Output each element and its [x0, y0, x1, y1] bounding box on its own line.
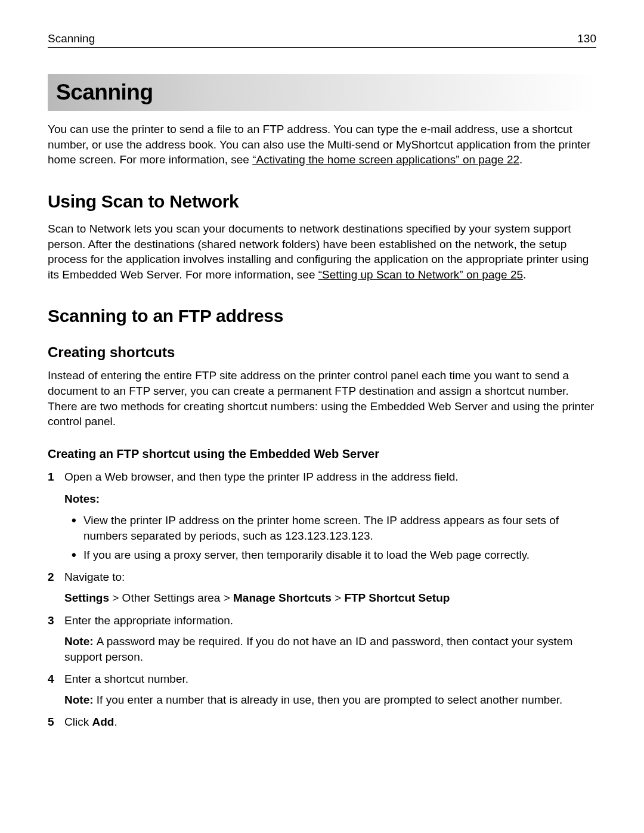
- step-1-text: Open a Web browser, and then type the pr…: [64, 470, 458, 483]
- nav-path-other-settings: Other Settings area: [122, 592, 221, 604]
- scan-to-network-paragraph: Scan to Network lets you scan your docum…: [48, 221, 596, 283]
- subsubsection-heading-ftp-shortcut-ews: Creating an FTP shortcut using the Embed…: [48, 447, 596, 461]
- nav-path-sep2: >: [220, 592, 233, 604]
- step-2-text: Navigate to:: [64, 571, 125, 583]
- step-3-note-text: A password may be required. If you do no…: [64, 635, 572, 663]
- header-page-number: 130: [577, 32, 596, 45]
- step-4-text: Enter a shortcut number.: [64, 673, 188, 685]
- chapter-title-banner: Scanning: [48, 74, 596, 111]
- step-1-note-2: If you are using a proxy server, then te…: [83, 547, 596, 563]
- step-1-notes-list: View the printer IP address on the print…: [64, 513, 596, 562]
- nav-path-manage-shortcuts: Manage Shortcuts: [233, 592, 332, 604]
- step-5-text-after: .: [114, 716, 117, 728]
- step-3-text: Enter the appropriate information.: [64, 614, 233, 627]
- section-heading-scan-to-network: Using Scan to Network: [48, 191, 596, 212]
- step-4-note-label: Note:: [64, 693, 97, 706]
- step-3-note: Note: A password may be required. If you…: [64, 634, 596, 664]
- creating-shortcuts-paragraph: Instead of entering the entire FTP site …: [48, 368, 596, 429]
- step-5: Click Add.: [48, 714, 596, 730]
- subsection-heading-creating-shortcuts: Creating shortcuts: [48, 344, 596, 361]
- scan-to-network-text-tail: .: [523, 268, 526, 281]
- document-page: Scanning 130 Scanning You can use the pr…: [0, 0, 644, 833]
- scan-to-network-cross-reference-link[interactable]: “Setting up Scan to Network” on page 25: [318, 268, 523, 281]
- steps-list: Open a Web browser, and then type the pr…: [48, 469, 596, 730]
- step-4-note: Note: If you enter a number that is alre…: [64, 692, 596, 708]
- intro-cross-reference-link[interactable]: “Activating the home screen applications…: [252, 153, 519, 166]
- step-3-note-label: Note:: [64, 635, 97, 648]
- header-section-label: Scanning: [48, 32, 95, 45]
- step-2: Navigate to: Settings > Other Settings a…: [48, 569, 596, 606]
- section-heading-scan-to-ftp: Scanning to an FTP address: [48, 306, 596, 326]
- nav-path-ftp-shortcut-setup: FTP Shortcut Setup: [344, 592, 450, 604]
- running-header: Scanning 130: [48, 32, 596, 48]
- step-4-note-text: If you enter a number that is already in…: [97, 693, 563, 706]
- step-1: Open a Web browser, and then type the pr…: [48, 469, 596, 562]
- intro-text-tail: .: [519, 153, 522, 166]
- step-1-note-1: View the printer IP address on the print…: [83, 513, 596, 543]
- step-5-add-label: Add: [92, 716, 114, 728]
- nav-path-settings: Settings: [64, 592, 109, 604]
- nav-path-sep3: >: [332, 592, 345, 604]
- intro-paragraph: You can use the printer to send a file t…: [48, 122, 596, 168]
- step-2-nav-path: Settings > Other Settings area > Manage …: [64, 590, 596, 606]
- step-5-text-before: Click: [64, 716, 92, 728]
- step-4: Enter a shortcut number. Note: If you en…: [48, 671, 596, 707]
- nav-path-sep1: >: [109, 592, 122, 604]
- chapter-title: Scanning: [56, 80, 596, 105]
- step-3: Enter the appropriate information. Note:…: [48, 613, 596, 664]
- step-1-notes-heading: Notes:: [64, 491, 596, 507]
- step-1-notes-block: Notes: View the printer IP address on th…: [64, 491, 596, 563]
